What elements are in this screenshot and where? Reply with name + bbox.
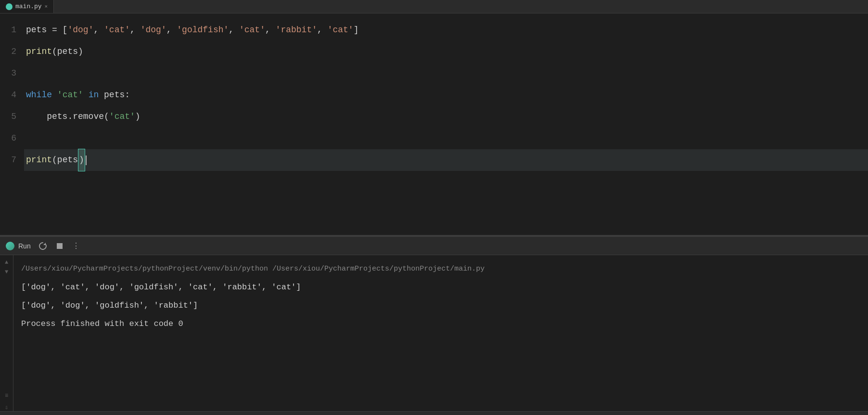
rerun-icon [38,242,47,250]
rerun-button[interactable] [37,241,49,251]
code-token: 'rabbit' [276,19,317,41]
line-number-1: 1 [0,19,16,41]
code-line-5: pets.remove('cat') [24,106,868,128]
code-token [52,84,57,106]
code-token: , [317,19,328,41]
scroll-down-icon[interactable]: ▼ [5,269,8,275]
line-number-2: 2 [0,41,16,63]
code-token [83,84,89,106]
output-line-2: ['dog', 'dog', 'goldfish', 'rabbit'] [21,297,860,315]
code-token: 'cat' [328,19,354,41]
line-number-4: 4 [0,84,16,106]
scroll-bottom-icon[interactable]: ⇩ [5,404,8,411]
output-line-cmd: /Users/xiou/PycharmProjects/pythonProjec… [21,260,860,278]
run-panel: Run ⋮ ▲ ▼ ≡ ⇩ /Users/xiou/PycharmProject… [0,237,868,415]
code-token: 'cat' [109,106,135,128]
code-token: 'cat' [239,19,265,41]
output-line-1: ['dog', 'cat', 'dog', 'goldfish', 'cat',… [21,278,860,297]
line-number-7: 7 [0,149,16,171]
stop-button[interactable] [55,242,64,250]
svg-marker-0 [43,243,46,245]
run-output: /Users/xiou/PycharmProjects/pythonProjec… [13,255,868,411]
code-token: pets [26,19,47,41]
tab-close-button[interactable]: × [45,4,48,10]
main-py-tab[interactable]: main.py × [0,0,54,13]
run-label-text: Run [18,242,31,250]
line-number-5: 5 [0,106,16,128]
code-token: 'goldfish' [177,19,229,41]
code-token: , [130,19,140,41]
run-panel-icon [6,242,14,250]
run-content: ▲ ▼ ≡ ⇩ /Users/xiou/PycharmProjects/pyth… [0,255,868,411]
tab-filename: main.py [15,3,42,10]
code-token: 'dog' [67,19,93,41]
code-token: ) [135,106,140,128]
run-footer: CSDN @小幽余生不加糖 [0,411,868,415]
run-toolbar: Run ⋮ [0,237,868,255]
code-token: , [93,19,104,41]
code-editor[interactable]: pets = ['dog', 'cat', 'dog', 'goldfish',… [24,13,868,235]
code-token: pets: [99,84,130,106]
code-token: 'dog' [140,19,166,41]
code-token: 'cat' [57,84,83,106]
wrap-lines-icon[interactable]: ≡ [5,392,8,399]
code-line-2: print(pets) [24,41,868,63]
line-number-6: 6 [0,128,16,149]
code-line-4: while 'cat' in pets: [24,84,868,106]
editor-area: 1 2 3 4 5 6 7 pets = ['dog', 'cat', 'dog… [0,13,868,236]
line-numbers: 1 2 3 4 5 6 7 [0,13,24,235]
code-token: in [89,84,99,106]
code-token: , [229,19,239,41]
code-token: (pets) [52,41,83,63]
code-token: print [26,149,52,171]
scroll-up-icon[interactable]: ▲ [5,259,8,266]
code-line-7: print(pets) [24,149,868,171]
run-label-container: Run [6,242,31,250]
more-options-button[interactable]: ⋮ [70,240,82,251]
run-left-gutter: ▲ ▼ ≡ ⇩ [0,255,13,411]
code-line-6 [24,128,868,149]
text-cursor [86,156,87,165]
code-line-1: pets = ['dog', 'cat', 'dog', 'goldfish',… [24,19,868,41]
python-file-icon [6,3,13,10]
line-number-3: 3 [0,63,16,84]
code-token: = [ [47,19,67,41]
code-token: while [26,84,52,106]
bracket-close: ) [78,149,85,171]
code-token: , [166,19,177,41]
code-token: pets [57,149,78,171]
more-icon: ⋮ [72,241,80,250]
code-token: , [265,19,276,41]
output-line-status: Process finished with exit code 0 [21,315,860,333]
code-token: pets.remove( [26,106,109,128]
code-token: ( [52,149,57,171]
stop-icon [57,243,63,249]
code-token: ] [354,19,359,41]
tab-bar: main.py × [0,0,868,13]
code-token: 'cat' [104,19,130,41]
code-line-3 [24,63,868,84]
code-token: print [26,41,52,63]
